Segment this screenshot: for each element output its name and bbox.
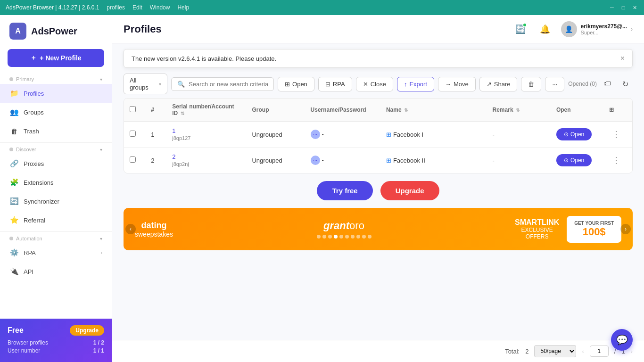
notification-button[interactable]: 🔔: [537, 21, 553, 38]
promo-prev-button[interactable]: ‹: [125, 224, 136, 234]
bell-icon: 🔔: [540, 24, 550, 34]
sync-button[interactable]: 🔄: [512, 21, 529, 38]
row-serial: 2 j8qp2nj: [166, 148, 246, 173]
try-free-button[interactable]: Try free: [317, 181, 372, 200]
sidebar-upgrade-button[interactable]: Upgrade: [70, 325, 104, 336]
delete-icon: 🗑: [528, 81, 534, 88]
rpa-button[interactable]: ⊟ RPA: [318, 77, 352, 91]
row-checkbox-1[interactable]: [130, 156, 136, 163]
sidebar-item-api[interactable]: 🔌 API: [0, 262, 112, 281]
pagination-bar: Total: 2 50/page 20/page 100/page ‹ / 1 …: [112, 340, 644, 362]
promo-next-button[interactable]: ›: [620, 224, 631, 234]
row-checkbox-0[interactable]: [130, 131, 136, 137]
col-header-serial[interactable]: Serial number/Account ID ⇅: [166, 99, 246, 122]
menu-help[interactable]: Help: [177, 4, 189, 11]
minimize-button[interactable]: ─: [608, 4, 616, 11]
row-more-button[interactable]: ⋮: [609, 153, 623, 167]
sidebar-section-discover[interactable]: Discover ▾: [0, 145, 112, 154]
promo-dot: [345, 235, 349, 239]
try-upgrade-row: Try free Upgrade: [317, 181, 439, 200]
sidebar-item-extensions-label: Extensions: [24, 179, 102, 186]
move-button[interactable]: → Move: [438, 77, 476, 91]
page-input[interactable]: [590, 346, 609, 357]
menu-edit[interactable]: Edit: [132, 4, 142, 11]
sidebar-item-extensions[interactable]: 🧩 Extensions: [0, 173, 112, 192]
close-button[interactable]: ✕: [631, 4, 638, 11]
select-all-checkbox[interactable]: [130, 106, 136, 112]
tag-filter-button[interactable]: 🏷: [600, 76, 615, 91]
main-content: Profiles 🔄 🔔 👤 erikmyers275@... Super...…: [112, 15, 644, 362]
row-group: Ungrouped: [246, 148, 305, 173]
menu-window[interactable]: Window: [150, 4, 170, 11]
user-info[interactable]: 👤 erikmyers275@... Super... ›: [561, 21, 633, 37]
delete-button[interactable]: 🗑: [521, 77, 541, 91]
sidebar-item-rpa[interactable]: ⚙️ RPA ›: [0, 243, 112, 262]
share-button[interactable]: ↗ Share: [479, 77, 518, 91]
export-icon: ↑: [404, 81, 407, 88]
sync-notification-dot: [522, 23, 527, 27]
sidebar: A AdsPower ＋ + New Profile Primary ▾ 📁 P…: [0, 15, 112, 362]
promo-nav: ‹ ›: [124, 224, 633, 234]
sidebar-item-rpa-label: RPA: [24, 249, 96, 256]
upgrade-big-button[interactable]: Upgrade: [380, 181, 439, 200]
more-actions-button[interactable]: ···: [545, 77, 564, 91]
proxies-icon: 🔗: [9, 159, 19, 168]
row-name: ⊞Facebook I: [380, 122, 487, 148]
serial-link[interactable]: 1: [172, 127, 175, 134]
search-input[interactable]: [189, 81, 268, 88]
avatar: 👤: [561, 21, 577, 37]
export-button[interactable]: ↑ Export: [397, 77, 434, 91]
username-dot-icon: ···: [311, 130, 320, 139]
banner-close-button[interactable]: ×: [620, 54, 625, 63]
col-header-remark[interactable]: Remark ⇅: [487, 99, 551, 122]
sidebar-item-groups[interactable]: 👥 Groups: [0, 103, 112, 122]
api-icon: 🔌: [9, 267, 19, 276]
open-profile-button[interactable]: ⊙ Open: [556, 154, 592, 166]
columns-settings-icon[interactable]: ⊞: [609, 107, 614, 113]
refresh-button[interactable]: ↻: [618, 76, 633, 91]
sidebar-section-primary[interactable]: Primary ▾: [0, 74, 112, 84]
new-profile-button[interactable]: ＋ + New Profile: [8, 49, 104, 67]
maximize-button[interactable]: □: [619, 4, 627, 11]
app-name: AdsPower: [31, 26, 77, 37]
promo-dot: [317, 235, 321, 239]
promo-dot: [356, 235, 360, 239]
page-title: Profiles: [124, 23, 162, 35]
serial-link[interactable]: 2: [172, 153, 175, 160]
remark-col-label: Remark: [493, 107, 513, 113]
primary-section-label: Primary: [16, 76, 34, 82]
sidebar-item-referral[interactable]: ⭐ Referral: [0, 211, 112, 230]
app-logo-icon: A: [9, 23, 26, 40]
promo-dot: [351, 235, 355, 239]
update-banner: The new version v2.6.4.1 is available. P…: [124, 49, 633, 68]
promo-dot: [322, 235, 326, 239]
sidebar-item-trash[interactable]: 🗑 Trash: [0, 122, 112, 140]
open-circle-icon: ⊙: [564, 131, 569, 138]
opened-count: Opened (0): [568, 81, 597, 87]
sidebar-section-automation[interactable]: Automation ▾: [0, 234, 112, 243]
per-page-select[interactable]: 50/page 20/page 100/page: [534, 345, 576, 357]
row-more-cell: ⋮: [603, 122, 632, 148]
sidebar-item-synchronizer[interactable]: 🔄 Synchronizer: [0, 192, 112, 211]
row-more-button[interactable]: ⋮: [609, 127, 623, 141]
group-select[interactable]: All groups ▾: [124, 74, 167, 94]
menu-file[interactable]: profiles: [107, 4, 125, 11]
col-header-name[interactable]: Name ⇅: [380, 99, 487, 122]
open-button[interactable]: ⊞ Open: [278, 77, 314, 91]
open-profile-button[interactable]: ⊙ Open: [556, 128, 592, 140]
open-circle-icon: ⊙: [564, 157, 569, 164]
extensions-icon: 🧩: [9, 178, 19, 187]
promo-dot: [339, 235, 343, 239]
close-profiles-button[interactable]: ✕ Close: [356, 77, 393, 91]
automation-section-dot: [9, 237, 13, 240]
automation-chevron-icon: ▾: [100, 236, 102, 241]
sidebar-item-proxies[interactable]: 🔗 Proxies: [0, 154, 112, 173]
row-name: ⊞Facebook II: [380, 148, 487, 173]
logo-area: A AdsPower: [0, 15, 112, 47]
user-number-stat-value: 1 / 1: [93, 347, 104, 354]
chat-support-button[interactable]: 💬: [611, 329, 633, 351]
col-header-open: Open: [551, 99, 603, 122]
discover-section-label: Discover: [16, 147, 36, 152]
sidebar-item-profiles[interactable]: 📁 Profiles: [0, 84, 112, 103]
row-num: 2: [145, 148, 166, 173]
